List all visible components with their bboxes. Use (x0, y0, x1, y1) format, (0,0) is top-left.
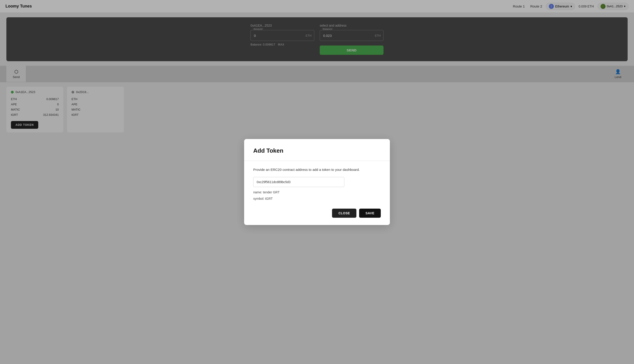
modal-title: Add Token (253, 147, 381, 154)
modal-description: Provide an ERC20 contract address to add… (253, 167, 381, 172)
modal-close-button[interactable]: CLOSE (332, 208, 356, 218)
add-token-modal: Add Token Provide an ERC20 contract addr… (244, 139, 390, 225)
token-symbol-display: symbol: tGRT (253, 196, 381, 201)
contract-address-input[interactable] (253, 177, 344, 187)
page: Loomy Tunes Route 1 Route 2 Ξ Ethereum ▾… (0, 0, 634, 364)
modal-actions: CLOSE SAVE (253, 208, 381, 218)
modal-overlay[interactable]: Add Token Provide an ERC20 contract addr… (0, 0, 634, 364)
modal-save-button[interactable]: SAVE (359, 208, 381, 218)
modal-divider (244, 160, 390, 161)
token-name-display: name: tender GRT (253, 190, 381, 195)
